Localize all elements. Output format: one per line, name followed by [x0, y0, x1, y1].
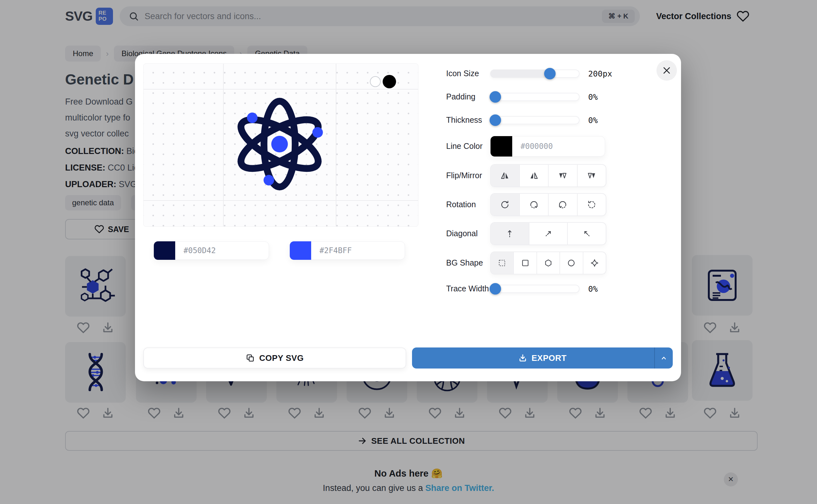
bg-square-button[interactable] — [513, 252, 536, 274]
flip-h-right-icon — [529, 171, 539, 180]
grid-line — [143, 89, 418, 90]
sparkle-icon — [590, 259, 599, 267]
primary-color-hex[interactable]: #050D42 — [183, 246, 216, 255]
icon-size-slider[interactable] — [490, 69, 579, 78]
trace-width-label: Trace Width — [446, 284, 489, 293]
padding-value: 0% — [588, 92, 598, 102]
arrow-up-icon — [505, 229, 514, 238]
line-color-placeholder: #000000 — [520, 142, 553, 151]
secondary-color-hex[interactable]: #2F4BFF — [320, 246, 352, 255]
dashed-square-icon — [497, 259, 506, 267]
diagonal-label: Diagonal — [446, 229, 478, 238]
chevron-up-icon — [660, 354, 668, 362]
flip-v-up-icon — [587, 171, 596, 180]
flip-mirror-group — [490, 164, 606, 187]
padding-label: Padding — [446, 92, 475, 101]
diagonal-up-right-button[interactable] — [529, 223, 567, 245]
secondary-color-input[interactable]: #2F4BFF — [290, 241, 405, 260]
rotate-ccw-icon — [587, 200, 596, 209]
bg-hexagon-button[interactable] — [536, 252, 559, 274]
close-icon — [662, 66, 672, 75]
export-button[interactable]: EXPORT — [412, 347, 673, 369]
line-color-input[interactable]: #000000 — [490, 136, 605, 157]
line-color-label: Line Color — [446, 142, 482, 151]
slider-thumb[interactable] — [489, 91, 501, 103]
flip-horizontal-right-button[interactable] — [519, 165, 548, 186]
icon-size-label: Icon Size — [446, 69, 479, 78]
flip-vertical-down-button[interactable] — [548, 165, 577, 186]
copy-svg-button[interactable]: COPY SVG — [143, 347, 406, 369]
thickness-value: 0% — [588, 116, 598, 125]
preview-dark-bg-toggle[interactable] — [383, 75, 396, 88]
diagonal-group — [490, 222, 606, 245]
export-options-toggle[interactable] — [654, 347, 673, 369]
flip-mirror-label: Flip/Mirror — [446, 171, 482, 180]
grid-line — [143, 200, 418, 201]
bg-none-button[interactable] — [491, 252, 513, 274]
arrow-up-left-icon — [582, 229, 592, 238]
diagonal-up-button[interactable] — [491, 223, 529, 245]
secondary-color-swatch[interactable] — [290, 241, 311, 260]
line-color-swatch[interactable] — [490, 136, 512, 157]
slider-thumb[interactable] — [544, 68, 556, 79]
flip-vertical-up-button[interactable] — [577, 165, 606, 186]
bg-shape-label: BG Shape — [446, 258, 483, 267]
bg-shape-group — [490, 252, 606, 274]
rotate-ccw-90-button[interactable] — [548, 194, 577, 215]
padding-slider[interactable] — [490, 93, 579, 101]
rotate-cw-90-button[interactable] — [519, 194, 548, 215]
rotation-label: Rotation — [446, 200, 476, 209]
circle-icon — [567, 259, 576, 267]
icon-size-value: 200px — [588, 69, 612, 78]
rotate-ccw-dashed-icon — [558, 200, 567, 209]
atom-icon-preview — [231, 93, 328, 195]
bg-circle-button[interactable] — [559, 252, 582, 274]
slider-fill — [490, 69, 553, 78]
arrow-up-right-icon — [543, 229, 553, 238]
hexagon-icon — [544, 259, 553, 267]
thickness-label: Thickness — [446, 115, 482, 125]
thickness-slider[interactable] — [490, 116, 579, 124]
primary-color-swatch[interactable] — [154, 241, 175, 260]
rotate-cw-button[interactable] — [491, 194, 519, 215]
flip-horizontal-left-button[interactable] — [491, 165, 519, 186]
icon-editor-modal: #050D42 #2F4BFF Icon Size 200px Padding … — [135, 54, 681, 381]
flip-h-left-icon — [500, 171, 510, 180]
trace-width-slider[interactable] — [490, 285, 579, 293]
export-download-icon — [518, 354, 527, 362]
rotate-cw-dashed-icon — [529, 200, 539, 209]
flip-v-down-icon — [558, 171, 567, 180]
bg-star-button[interactable] — [583, 252, 606, 274]
slider-thumb[interactable] — [489, 283, 501, 295]
slider-thumb[interactable] — [489, 114, 501, 126]
diagonal-up-left-button[interactable] — [567, 223, 606, 245]
rotate-cw-icon — [500, 200, 510, 209]
grid-line — [223, 64, 224, 226]
trace-width-value: 0% — [588, 284, 598, 294]
preview-light-bg-toggle[interactable] — [370, 76, 381, 87]
primary-color-input[interactable]: #050D42 — [153, 241, 269, 260]
copy-icon — [246, 354, 255, 362]
grid-line — [336, 64, 336, 226]
rotate-ccw-button[interactable] — [577, 194, 606, 215]
close-button[interactable] — [657, 60, 677, 81]
square-icon — [521, 259, 530, 267]
rotation-group — [490, 193, 606, 216]
